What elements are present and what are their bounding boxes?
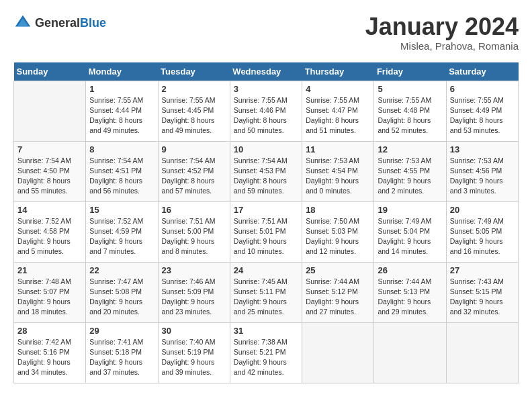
day-number: 4 [306, 84, 370, 94]
day-number: 3 [234, 84, 298, 94]
calendar-cell: 28Sunrise: 7:42 AM Sunset: 5:16 PM Dayli… [14, 322, 86, 383]
day-info: Sunrise: 7:41 AM Sunset: 5:18 PM Dayligh… [89, 337, 154, 378]
col-header-friday: Friday [374, 62, 446, 81]
day-number: 20 [450, 205, 515, 215]
day-info: Sunrise: 7:55 AM Sunset: 4:46 PM Dayligh… [234, 95, 298, 136]
calendar-cell: 8Sunrise: 7:54 AM Sunset: 4:51 PM Daylig… [86, 141, 158, 201]
col-header-thursday: Thursday [302, 62, 374, 81]
logo-blue: Blue [80, 16, 106, 30]
col-header-tuesday: Tuesday [158, 62, 230, 81]
day-info: Sunrise: 7:47 AM Sunset: 5:08 PM Dayligh… [89, 277, 154, 318]
day-info: Sunrise: 7:53 AM Sunset: 4:54 PM Dayligh… [306, 156, 370, 197]
day-info: Sunrise: 7:53 AM Sunset: 4:55 PM Dayligh… [378, 156, 442, 197]
calendar-week-1: 1Sunrise: 7:55 AM Sunset: 4:44 PM Daylig… [14, 81, 519, 141]
calendar-header-row: SundayMondayTuesdayWednesdayThursdayFrid… [14, 62, 519, 81]
day-number: 10 [234, 144, 298, 154]
day-info: Sunrise: 7:55 AM Sunset: 4:44 PM Dayligh… [89, 95, 154, 136]
day-info: Sunrise: 7:49 AM Sunset: 5:05 PM Dayligh… [450, 216, 515, 257]
calendar-cell: 20Sunrise: 7:49 AM Sunset: 5:05 PM Dayli… [446, 201, 518, 262]
calendar-cell: 3Sunrise: 7:55 AM Sunset: 4:46 PM Daylig… [230, 81, 302, 141]
day-info: Sunrise: 7:51 AM Sunset: 5:01 PM Dayligh… [234, 216, 298, 257]
day-info: Sunrise: 7:54 AM Sunset: 4:52 PM Dayligh… [162, 156, 226, 197]
calendar-cell: 21Sunrise: 7:48 AM Sunset: 5:07 PM Dayli… [14, 262, 86, 322]
calendar-week-4: 21Sunrise: 7:48 AM Sunset: 5:07 PM Dayli… [14, 262, 519, 322]
col-header-wednesday: Wednesday [230, 62, 302, 81]
day-number: 2 [162, 84, 226, 94]
col-header-monday: Monday [86, 62, 158, 81]
calendar-cell [374, 322, 446, 383]
day-info: Sunrise: 7:46 AM Sunset: 5:09 PM Dayligh… [162, 277, 226, 318]
title-block: January 2024 Mislea, Prahova, Romania [365, 13, 519, 52]
logo-general: General [35, 16, 80, 30]
day-number: 8 [89, 144, 154, 154]
day-info: Sunrise: 7:38 AM Sunset: 5:21 PM Dayligh… [234, 337, 298, 378]
day-number: 31 [234, 326, 298, 336]
calendar-cell: 5Sunrise: 7:55 AM Sunset: 4:48 PM Daylig… [374, 81, 446, 141]
calendar-week-5: 28Sunrise: 7:42 AM Sunset: 5:16 PM Dayli… [14, 322, 519, 383]
day-number: 15 [89, 205, 154, 215]
day-info: Sunrise: 7:55 AM Sunset: 4:47 PM Dayligh… [306, 95, 370, 136]
day-number: 5 [378, 84, 442, 94]
day-number: 13 [450, 144, 515, 154]
day-info: Sunrise: 7:50 AM Sunset: 5:03 PM Dayligh… [306, 216, 370, 257]
calendar-cell: 27Sunrise: 7:43 AM Sunset: 5:15 PM Dayli… [446, 262, 518, 322]
calendar-week-2: 7Sunrise: 7:54 AM Sunset: 4:50 PM Daylig… [14, 141, 519, 201]
day-info: Sunrise: 7:53 AM Sunset: 4:56 PM Dayligh… [450, 156, 515, 197]
col-header-saturday: Saturday [446, 62, 518, 81]
day-info: Sunrise: 7:54 AM Sunset: 4:50 PM Dayligh… [17, 156, 82, 197]
calendar-cell: 22Sunrise: 7:47 AM Sunset: 5:08 PM Dayli… [86, 262, 158, 322]
page-header: GeneralBlue January 2024 Mislea, Prahova… [13, 13, 519, 52]
day-info: Sunrise: 7:42 AM Sunset: 5:16 PM Dayligh… [17, 337, 82, 378]
day-info: Sunrise: 7:55 AM Sunset: 4:48 PM Dayligh… [378, 95, 442, 136]
calendar-cell: 25Sunrise: 7:44 AM Sunset: 5:12 PM Dayli… [302, 262, 374, 322]
calendar-cell: 6Sunrise: 7:55 AM Sunset: 4:49 PM Daylig… [446, 81, 518, 141]
day-number: 11 [306, 144, 370, 154]
calendar-cell: 7Sunrise: 7:54 AM Sunset: 4:50 PM Daylig… [14, 141, 86, 201]
calendar-cell: 9Sunrise: 7:54 AM Sunset: 4:52 PM Daylig… [158, 141, 230, 201]
calendar-cell: 17Sunrise: 7:51 AM Sunset: 5:01 PM Dayli… [230, 201, 302, 262]
day-number: 25 [306, 265, 370, 275]
calendar-cell: 11Sunrise: 7:53 AM Sunset: 4:54 PM Dayli… [302, 141, 374, 201]
calendar-cell [14, 81, 86, 141]
day-info: Sunrise: 7:52 AM Sunset: 4:58 PM Dayligh… [17, 216, 82, 257]
day-number: 14 [17, 205, 82, 215]
page-title: January 2024 [365, 13, 519, 40]
calendar-cell: 14Sunrise: 7:52 AM Sunset: 4:58 PM Dayli… [14, 201, 86, 262]
calendar-cell: 2Sunrise: 7:55 AM Sunset: 4:45 PM Daylig… [158, 81, 230, 141]
day-info: Sunrise: 7:54 AM Sunset: 4:53 PM Dayligh… [234, 156, 298, 197]
day-number: 1 [89, 84, 154, 94]
calendar-week-3: 14Sunrise: 7:52 AM Sunset: 4:58 PM Dayli… [14, 201, 519, 262]
day-info: Sunrise: 7:51 AM Sunset: 5:00 PM Dayligh… [162, 216, 226, 257]
day-info: Sunrise: 7:48 AM Sunset: 5:07 PM Dayligh… [17, 277, 82, 318]
calendar-cell: 4Sunrise: 7:55 AM Sunset: 4:47 PM Daylig… [302, 81, 374, 141]
day-number: 16 [162, 205, 226, 215]
day-number: 30 [162, 326, 226, 336]
page-subtitle: Mislea, Prahova, Romania [365, 40, 519, 52]
calendar-cell: 15Sunrise: 7:52 AM Sunset: 4:59 PM Dayli… [86, 201, 158, 262]
day-info: Sunrise: 7:43 AM Sunset: 5:15 PM Dayligh… [450, 277, 515, 318]
day-info: Sunrise: 7:40 AM Sunset: 5:19 PM Dayligh… [162, 337, 226, 378]
col-header-sunday: Sunday [14, 62, 86, 81]
day-number: 22 [89, 265, 154, 275]
day-info: Sunrise: 7:55 AM Sunset: 4:49 PM Dayligh… [450, 95, 515, 136]
day-info: Sunrise: 7:52 AM Sunset: 4:59 PM Dayligh… [89, 216, 154, 257]
day-number: 18 [306, 205, 370, 215]
calendar-cell: 23Sunrise: 7:46 AM Sunset: 5:09 PM Dayli… [158, 262, 230, 322]
calendar-cell: 10Sunrise: 7:54 AM Sunset: 4:53 PM Dayli… [230, 141, 302, 201]
calendar-table: SundayMondayTuesdayWednesdayThursdayFrid… [13, 62, 519, 383]
calendar-cell: 29Sunrise: 7:41 AM Sunset: 5:18 PM Dayli… [86, 322, 158, 383]
logo: GeneralBlue [13, 13, 106, 32]
day-info: Sunrise: 7:44 AM Sunset: 5:12 PM Dayligh… [306, 277, 370, 318]
day-number: 23 [162, 265, 226, 275]
calendar-cell: 13Sunrise: 7:53 AM Sunset: 4:56 PM Dayli… [446, 141, 518, 201]
day-number: 28 [17, 326, 82, 336]
calendar-cell: 30Sunrise: 7:40 AM Sunset: 5:19 PM Dayli… [158, 322, 230, 383]
day-info: Sunrise: 7:54 AM Sunset: 4:51 PM Dayligh… [89, 156, 154, 197]
logo-icon [13, 13, 32, 32]
day-info: Sunrise: 7:49 AM Sunset: 5:04 PM Dayligh… [378, 216, 442, 257]
calendar-body: 1Sunrise: 7:55 AM Sunset: 4:44 PM Daylig… [14, 81, 519, 383]
day-number: 21 [17, 265, 82, 275]
day-number: 27 [450, 265, 515, 275]
day-number: 19 [378, 205, 442, 215]
calendar-cell [302, 322, 374, 383]
